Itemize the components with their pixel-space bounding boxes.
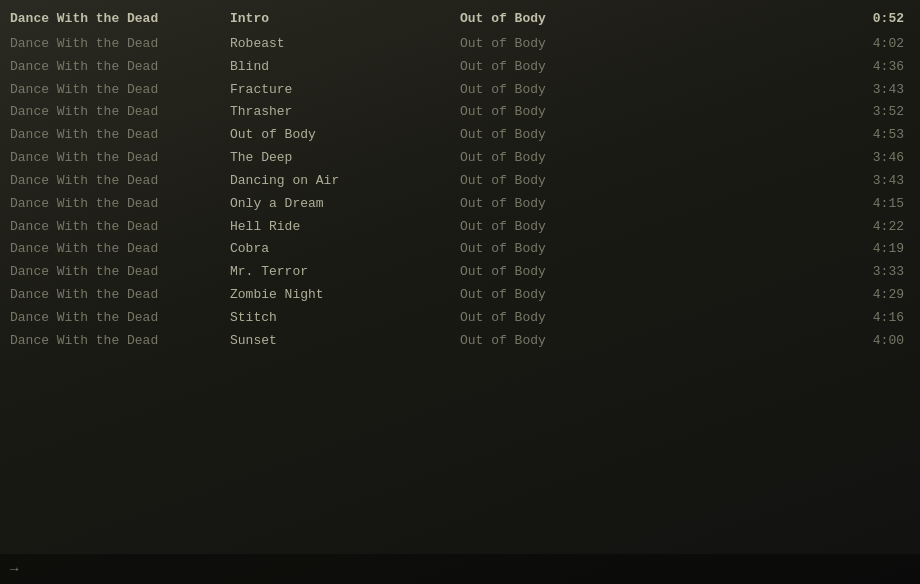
track-title: The Deep bbox=[230, 149, 460, 168]
table-row[interactable]: Dance With the DeadOut of BodyOut of Bod… bbox=[0, 124, 920, 147]
track-duration: 4:00 bbox=[844, 332, 904, 351]
track-extra bbox=[590, 195, 844, 214]
table-row[interactable]: Dance With the DeadRobeastOut of Body4:0… bbox=[0, 33, 920, 56]
track-duration: 4:36 bbox=[844, 58, 904, 77]
track-title: Mr. Terror bbox=[230, 263, 460, 282]
track-header: Dance With the Dead Intro Out of Body 0:… bbox=[0, 8, 920, 31]
track-artist: Dance With the Dead bbox=[10, 332, 230, 351]
track-artist: Dance With the Dead bbox=[10, 58, 230, 77]
track-extra bbox=[590, 218, 844, 237]
track-title: Sunset bbox=[230, 332, 460, 351]
track-title: Stitch bbox=[230, 309, 460, 328]
track-extra bbox=[590, 35, 844, 54]
table-row[interactable]: Dance With the DeadThe DeepOut of Body3:… bbox=[0, 147, 920, 170]
track-duration: 3:52 bbox=[844, 103, 904, 122]
track-extra bbox=[590, 58, 844, 77]
track-album: Out of Body bbox=[460, 103, 590, 122]
track-extra bbox=[590, 332, 844, 351]
track-duration: 4:15 bbox=[844, 195, 904, 214]
track-duration: 3:46 bbox=[844, 149, 904, 168]
track-album: Out of Body bbox=[460, 332, 590, 351]
track-album: Out of Body bbox=[460, 126, 590, 145]
track-duration: 4:22 bbox=[844, 218, 904, 237]
track-album: Out of Body bbox=[460, 172, 590, 191]
track-duration: 3:43 bbox=[844, 172, 904, 191]
track-title: Dancing on Air bbox=[230, 172, 460, 191]
track-title: Thrasher bbox=[230, 103, 460, 122]
track-artist: Dance With the Dead bbox=[10, 263, 230, 282]
track-album: Out of Body bbox=[460, 149, 590, 168]
track-duration: 4:16 bbox=[844, 309, 904, 328]
bottom-bar: → bbox=[0, 554, 920, 584]
track-title: Robeast bbox=[230, 35, 460, 54]
header-album: Out of Body bbox=[460, 10, 590, 29]
track-artist: Dance With the Dead bbox=[10, 149, 230, 168]
track-album: Out of Body bbox=[460, 218, 590, 237]
track-artist: Dance With the Dead bbox=[10, 103, 230, 122]
track-title: Blind bbox=[230, 58, 460, 77]
track-title: Only a Dream bbox=[230, 195, 460, 214]
track-album: Out of Body bbox=[460, 81, 590, 100]
table-row[interactable]: Dance With the DeadSunsetOut of Body4:00 bbox=[0, 330, 920, 353]
table-row[interactable]: Dance With the DeadBlindOut of Body4:36 bbox=[0, 56, 920, 79]
track-artist: Dance With the Dead bbox=[10, 35, 230, 54]
track-album: Out of Body bbox=[460, 309, 590, 328]
track-extra bbox=[590, 286, 844, 305]
table-row[interactable]: Dance With the DeadDancing on AirOut of … bbox=[0, 170, 920, 193]
track-extra bbox=[590, 149, 844, 168]
track-title: Fracture bbox=[230, 81, 460, 100]
table-row[interactable]: Dance With the DeadThrasherOut of Body3:… bbox=[0, 101, 920, 124]
track-artist: Dance With the Dead bbox=[10, 195, 230, 214]
table-row[interactable]: Dance With the DeadZombie NightOut of Bo… bbox=[0, 284, 920, 307]
track-extra bbox=[590, 240, 844, 259]
track-extra bbox=[590, 103, 844, 122]
track-extra bbox=[590, 263, 844, 282]
track-duration: 4:19 bbox=[844, 240, 904, 259]
table-row[interactable]: Dance With the DeadStitchOut of Body4:16 bbox=[0, 307, 920, 330]
track-artist: Dance With the Dead bbox=[10, 309, 230, 328]
track-artist: Dance With the Dead bbox=[10, 126, 230, 145]
track-title: Hell Ride bbox=[230, 218, 460, 237]
track-duration: 3:33 bbox=[844, 263, 904, 282]
table-row[interactable]: Dance With the DeadMr. TerrorOut of Body… bbox=[0, 261, 920, 284]
track-list: Dance With the Dead Intro Out of Body 0:… bbox=[0, 0, 920, 361]
table-row[interactable]: Dance With the DeadHell RideOut of Body4… bbox=[0, 216, 920, 239]
header-title: Intro bbox=[230, 10, 460, 29]
track-artist: Dance With the Dead bbox=[10, 172, 230, 191]
track-extra bbox=[590, 126, 844, 145]
track-extra bbox=[590, 309, 844, 328]
track-artist: Dance With the Dead bbox=[10, 81, 230, 100]
track-duration: 4:29 bbox=[844, 286, 904, 305]
table-row[interactable]: Dance With the DeadFractureOut of Body3:… bbox=[0, 79, 920, 102]
track-duration: 4:02 bbox=[844, 35, 904, 54]
track-album: Out of Body bbox=[460, 35, 590, 54]
header-empty bbox=[590, 10, 844, 29]
table-row[interactable]: Dance With the DeadOnly a DreamOut of Bo… bbox=[0, 193, 920, 216]
track-extra bbox=[590, 172, 844, 191]
arrow-icon: → bbox=[10, 561, 18, 577]
track-album: Out of Body bbox=[460, 286, 590, 305]
track-title: Out of Body bbox=[230, 126, 460, 145]
header-artist: Dance With the Dead bbox=[10, 10, 230, 29]
track-title: Zombie Night bbox=[230, 286, 460, 305]
track-album: Out of Body bbox=[460, 240, 590, 259]
track-duration: 3:43 bbox=[844, 81, 904, 100]
table-row[interactable]: Dance With the DeadCobraOut of Body4:19 bbox=[0, 238, 920, 261]
track-artist: Dance With the Dead bbox=[10, 240, 230, 259]
track-album: Out of Body bbox=[460, 195, 590, 214]
track-duration: 4:53 bbox=[844, 126, 904, 145]
track-artist: Dance With the Dead bbox=[10, 218, 230, 237]
track-extra bbox=[590, 81, 844, 100]
header-duration: 0:52 bbox=[844, 10, 904, 29]
track-artist: Dance With the Dead bbox=[10, 286, 230, 305]
track-title: Cobra bbox=[230, 240, 460, 259]
track-album: Out of Body bbox=[460, 263, 590, 282]
track-album: Out of Body bbox=[460, 58, 590, 77]
